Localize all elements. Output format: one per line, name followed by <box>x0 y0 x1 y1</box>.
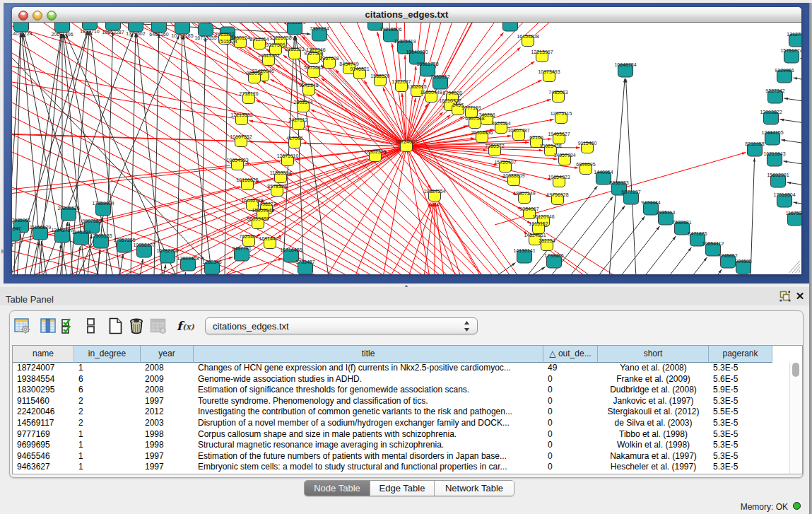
table-row[interactable]: 977716911998Corpus callosum shape and si… <box>13 429 790 440</box>
cell-short: Hescheler et al. (1997) <box>598 462 709 473</box>
graph-node-label: 9457791 <box>232 246 251 251</box>
memory-status-indicator <box>793 502 801 510</box>
edge-arrowhead <box>753 158 756 162</box>
checklist-icon[interactable] <box>61 317 78 334</box>
graph-node-label: 62160 <box>529 135 543 140</box>
new-document-icon[interactable] <box>107 317 124 334</box>
scrollbar-thumb[interactable] <box>792 363 799 377</box>
graph-node-label: 2803144 <box>293 100 312 105</box>
graph-node-label: 10973493 <box>538 69 560 74</box>
edge-arrowhead <box>271 79 275 82</box>
tab-node-table[interactable]: Node Table <box>305 481 370 496</box>
window-edge-strip <box>809 3 812 514</box>
network-graph-canvas[interactable]: 1403572420691406189371010653287132760264… <box>12 23 801 274</box>
edge-arrowhead <box>248 47 252 50</box>
table-row[interactable]: 946554611997Estimation of the future num… <box>13 451 790 462</box>
edge-arrowhead <box>483 148 488 151</box>
graph-node-label: 19166825 <box>236 177 258 182</box>
table-settings-icon[interactable] <box>14 317 31 334</box>
graph-edge <box>457 23 801 99</box>
float-panel-icon[interactable] <box>779 291 791 302</box>
graph-node-label: 9245652 <box>718 253 737 258</box>
column-header-name[interactable]: name <box>13 346 74 363</box>
table-row[interactable]: 1938455462009Genome-wide association stu… <box>13 374 790 385</box>
table-row[interactable]: 1456911722003Disruption of a novel membe… <box>13 418 790 429</box>
table-row[interactable]: 2242004622012Investigating the contribut… <box>13 407 790 418</box>
edge-arrowhead <box>306 126 310 129</box>
cell-year: 1997 <box>141 396 194 407</box>
cell-name: 9465546 <box>13 451 74 462</box>
graph-node-label: 19384554 <box>423 189 445 194</box>
edge-arrowhead <box>404 55 406 59</box>
column-header-year[interactable]: year <box>141 346 194 363</box>
graph-node-label: 9997588 <box>82 218 101 223</box>
graph-edge <box>794 78 802 90</box>
cell-pagerank: 5.3E-5 <box>709 440 772 451</box>
table-column-icon[interactable] <box>40 317 57 334</box>
graph-node-label: 1282346 <box>202 259 221 264</box>
graph-node-label: 2935114 <box>657 210 676 215</box>
cell-pagerank: 5.3E-5 <box>709 396 772 407</box>
graph-node-label: 9242848 <box>299 83 318 88</box>
graph-node-label: 16648784 <box>614 62 636 67</box>
graph-node[interactable] <box>503 23 518 31</box>
column-header-pagerank[interactable]: pagerank <box>709 346 772 363</box>
cell-out_de: 0 <box>543 385 598 396</box>
cell-year: 2009 <box>141 374 194 385</box>
column-header-short[interactable]: short <box>598 346 709 363</box>
graph-node[interactable] <box>199 23 213 36</box>
tab-edge-table[interactable]: Edge Table <box>370 481 435 496</box>
cell-title: Embryonic stem cells: a model to study s… <box>194 462 543 473</box>
cell-year: 2012 <box>141 407 194 418</box>
window-titlebar[interactable]: citations_edges.txt <box>12 7 801 23</box>
table-row[interactable]: 1872400712008Changes of HCN gene express… <box>13 363 790 374</box>
table-row[interactable]: 1830029562008Estimation of significance … <box>13 385 790 396</box>
table-row[interactable]: 969969511998Structural magnetic resonanc… <box>13 440 790 451</box>
graph-node-label: 10958107 <box>133 243 155 247</box>
graph-node-label: 20206536 <box>57 206 79 211</box>
panel-collapse-arrow[interactable] <box>1 245 5 251</box>
edge-arrowhead <box>184 272 187 274</box>
graph-node-label: 18724007 <box>395 139 417 144</box>
cell-in_degree: 2 <box>74 418 141 429</box>
graph-node-label: 8454749 <box>339 62 358 66</box>
table-row[interactable]: 946362711997Embryonic stem cells: a mode… <box>13 462 790 473</box>
graph-node-label: 17359934 <box>92 201 114 206</box>
edge-arrowhead <box>548 138 552 141</box>
column-header-out_de[interactable]: △ out_de... <box>543 346 598 363</box>
cell-title: Genome-wide association studies in ADHD. <box>194 374 543 385</box>
graph-node-label: 1498222 <box>257 201 276 206</box>
trash-icon[interactable] <box>128 317 145 334</box>
column-header-title[interactable]: title <box>194 346 543 363</box>
function-icon[interactable]: f(x) <box>176 317 193 334</box>
graph-node-label: 58099489 <box>247 216 269 221</box>
column-header-in_degree[interactable]: in_degree <box>74 346 141 363</box>
table-disabled-icon <box>150 317 167 334</box>
graph-node-label: 1440954 <box>594 170 613 175</box>
cell-name: 18300295 <box>13 385 74 396</box>
graph-node-label: 9146821 <box>350 66 369 71</box>
edge-arrowhead <box>575 166 579 169</box>
tab-network-table[interactable]: Network Table <box>435 481 514 496</box>
edge-arrowhead <box>276 65 281 68</box>
table-vertical-scrollbar[interactable] <box>789 363 802 474</box>
cell-year: 1997 <box>141 462 194 473</box>
graph-node-label: 16033809 <box>283 23 305 25</box>
close-panel-icon[interactable]: ✕ <box>794 290 806 303</box>
edge-arrowhead <box>245 163 249 165</box>
rows-icon[interactable] <box>83 317 100 334</box>
cell-out_de: 0 <box>543 418 598 429</box>
combobox-value: citations_edges.txt <box>213 321 289 332</box>
cell-short: Wolkin et al. (1998) <box>598 440 709 451</box>
graph-node-label: 9474444 <box>641 200 660 205</box>
graph-node-label: 1322037 <box>392 79 411 84</box>
cell-title: Disruption of a novel member of a sodium… <box>194 418 543 429</box>
edge-arrowhead <box>229 257 233 259</box>
cell-year: 1998 <box>141 440 194 451</box>
table-row[interactable]: 911546021997Tourette syndrome. Phenomeno… <box>13 396 790 407</box>
cell-in_degree: 1 <box>74 451 141 462</box>
divider-grip-icon[interactable] <box>402 281 411 286</box>
node-table[interactable]: namein_degreeyeartitle△ out_de...shortpa… <box>12 345 803 474</box>
cell-title: Structural magnetic resonance image aver… <box>194 440 543 451</box>
table-select-combobox[interactable]: citations_edges.txt <box>205 317 478 334</box>
